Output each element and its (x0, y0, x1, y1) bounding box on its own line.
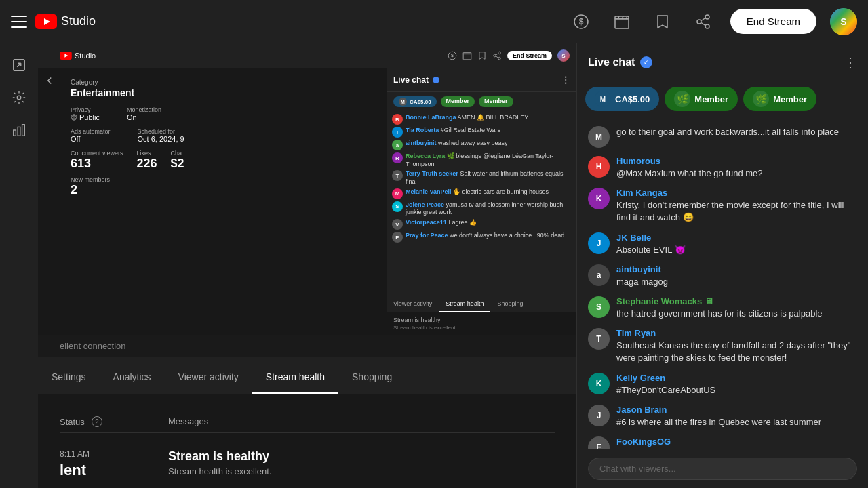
msg-author-4: aintbuyinit (616, 264, 857, 274)
inner-ads-value: Off (71, 135, 111, 143)
health-time: 8:11 AM (60, 449, 168, 459)
msg-content-0: go to their goal and work backwards...it… (616, 126, 857, 138)
msg-text-8: #6 is where all the fires in Quebec were… (616, 416, 857, 428)
connection-text: ellent connection (60, 341, 126, 351)
chat-msg-7: K Kelly Green #TheyDon'tCareAboutUS (577, 369, 868, 401)
inner-scheduled-value: Oct 6, 2024, 9 (138, 135, 184, 143)
inner-end-stream[interactable]: End Stream (507, 51, 552, 60)
msg-avatar-3: J (588, 232, 610, 254)
inner-monetization-label: Monetization (127, 106, 161, 113)
svg-point-9 (705, 15, 709, 19)
inner-tabs-bar: Viewer activity Stream health Shopping S… (387, 296, 576, 335)
health-table: Status ? Messages 8:11 AM lent Stream is… (60, 411, 555, 488)
main-content: Studio $ End Stream S (0, 43, 868, 488)
chat-msg-8: J Jason Brain #6 is where all the fires … (577, 401, 868, 432)
svg-point-17 (17, 96, 21, 100)
inner-members-area: New members 2 (71, 176, 377, 197)
svg-rect-18 (14, 130, 16, 136)
tab-settings[interactable]: Settings (38, 361, 100, 394)
nav-left: Studio (11, 14, 96, 29)
status-column-header: Status ? (60, 416, 168, 427)
inner-monetization-value: On (127, 113, 161, 121)
svg-line-13 (701, 22, 705, 25)
user-avatar[interactable]: S (830, 8, 857, 35)
msg-text-2: Kristy, I don't remember the movie excep… (616, 199, 857, 224)
member-banner-1: 🌿 Member (665, 87, 738, 111)
settings-icon[interactable] (5, 84, 33, 111)
svg-rect-20 (22, 125, 25, 136)
chat-msg-9: F FooKingsOG EVER HEAR OF A "DIESEL-ELEC… (577, 432, 868, 449)
msg-avatar-9: F (588, 436, 610, 449)
svg-rect-26 (463, 52, 471, 54)
chat-title: Live chat (588, 56, 635, 68)
msg-avatar-8: J (588, 405, 610, 426)
clapperboard-icon[interactable] (608, 8, 635, 35)
member-label-1: Member (694, 94, 728, 104)
msg-avatar-1: H (588, 156, 610, 178)
msg-text-0: go to their goal and work backwards...it… (616, 126, 857, 138)
inner-chat-badges: M CA$5.00 Member Member (387, 92, 576, 111)
msg-content-5: Stephanie Womacks 🖥 the hatred governmen… (616, 296, 857, 320)
msg-content-2: Kim Kangas Kristy, I don't remember the … (616, 188, 857, 224)
inner-members-label: New members (71, 176, 377, 183)
msg-content-9: FooKingsOG EVER HEAR OF A "DIESEL-ELECTR… (616, 436, 857, 449)
msg-avatar-7: K (588, 373, 610, 394)
tab-viewer-activity[interactable]: Viewer activity (165, 361, 252, 394)
msg-author-9: FooKingsOG (616, 436, 857, 447)
bookmark-icon[interactable] (649, 8, 676, 35)
tab-shopping[interactable]: Shopping (338, 361, 406, 394)
svg-point-29 (498, 57, 501, 60)
msg-avatar-6: T (588, 328, 610, 350)
inner-member-badge-2: Member (479, 96, 513, 107)
status-help-icon[interactable]: ? (92, 416, 102, 427)
share-icon[interactable] (690, 8, 717, 35)
msg-author-1: Humorous (616, 156, 857, 166)
member-badge-icon-1: 🌿 (674, 91, 690, 107)
member-label-2: Member (773, 94, 807, 104)
chat-msg-4: a aintbuyinit maga magog (577, 260, 868, 292)
end-stream-button[interactable]: End Stream (730, 9, 816, 34)
right-panel-livechat: Live chat ✓ ⋮ M CA$5.00 🌿 Member 🌿 Membe… (576, 43, 868, 488)
member-banner-2: 🌿 Member (743, 87, 816, 111)
hamburger-menu-icon[interactable] (11, 16, 27, 28)
inner-tab-stream-health[interactable]: Stream health (439, 296, 490, 312)
msg-text-6: Southeast Kansas the day of landfall and… (616, 340, 857, 364)
inner-tab-shopping[interactable]: Shopping (490, 296, 530, 312)
chat-more-button[interactable]: ⋮ (844, 54, 857, 70)
health-messages-col: Stream is healthy Stream health is excel… (168, 449, 555, 476)
msg-content-1: Humorous @Max Maxium what the go fund me… (616, 156, 857, 180)
inner-chrome: Studio $ End Stream S (38, 43, 576, 68)
chat-msg-1: H Humorous @Max Maxium what the go fund … (577, 152, 868, 184)
inner-tab-viewer-activity[interactable]: Viewer activity (387, 296, 439, 312)
external-link-icon[interactable] (5, 52, 33, 79)
msg-content-3: JK Belle Absolute EVIL 😈 (616, 232, 857, 256)
msg-avatar-2: K (588, 188, 610, 209)
inner-chat-header: Live chat ⋮ (387, 68, 576, 92)
inner-privacy-value: Public (71, 113, 100, 121)
svg-point-27 (498, 52, 501, 54)
bottom-tabs: Settings Analytics Viewer activity Strea… (38, 357, 576, 394)
inner-cha-value: $2 (171, 157, 184, 171)
inner-info-row1: Privacy Public Monetization On (71, 106, 377, 121)
svg-text:S: S (840, 16, 846, 27)
inner-hamburger[interactable] (45, 54, 54, 58)
bar-chart-icon[interactable] (5, 117, 33, 144)
svg-rect-25 (463, 54, 471, 60)
msg-text-3: Absolute EVIL 😈 (616, 244, 857, 256)
health-message-subtitle: Stream health is excellent. (168, 466, 555, 476)
chat-input-field[interactable] (588, 458, 857, 480)
inner-tab-list: Viewer activity Stream health Shopping (387, 296, 576, 312)
inner-avatar[interactable]: S (557, 49, 570, 62)
svg-point-11 (705, 24, 709, 28)
inner-back-button[interactable] (43, 75, 56, 87)
inner-cha-label: Cha (171, 150, 184, 157)
svg-point-28 (494, 54, 496, 57)
tab-analytics[interactable]: Analytics (100, 361, 165, 394)
top-navigation: Studio $ (0, 0, 868, 43)
center-panel: Studio $ End Stream S (38, 43, 576, 488)
nav-right: $ (568, 8, 857, 35)
chat-msg-0: M go to their goal and work backwards...… (577, 122, 868, 152)
msg-avatar-4: a (588, 264, 610, 286)
tab-stream-health[interactable]: Stream health (252, 361, 338, 394)
monetization-icon[interactable]: $ (568, 8, 595, 35)
